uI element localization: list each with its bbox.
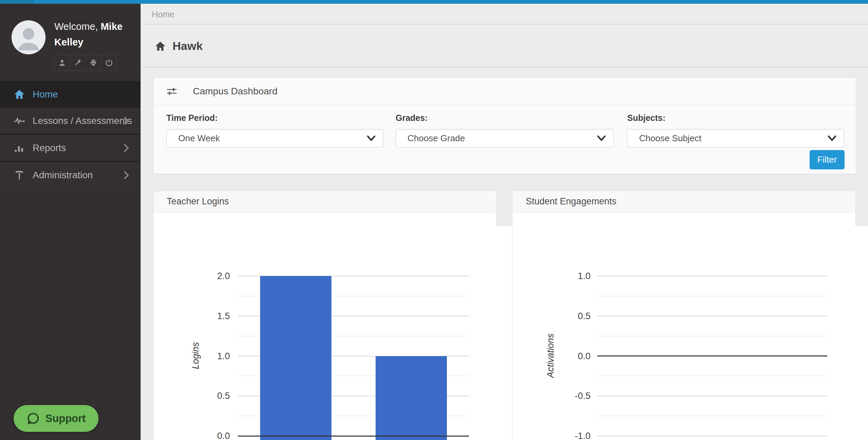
y-axis-tick-label: 0.0 (560, 350, 591, 362)
student-engagements-header: Student Engagements (512, 191, 855, 212)
sidebar-item-administration[interactable]: Administration (0, 161, 141, 188)
campus-dashboard-title: Campus Dashboard (193, 86, 277, 97)
sliders-icon (166, 87, 177, 96)
power-icon (105, 59, 113, 67)
avatar (12, 20, 46, 54)
y-axis-tick-label: -1.0 (560, 430, 591, 440)
chevron-right-icon (124, 171, 129, 180)
user-icon (58, 59, 66, 67)
top-accent-bar-left-segment (0, 0, 33, 4)
teacher-logins-panel: Teacher Logins 2.01.51.00.50.0Logins (153, 191, 497, 440)
zero-baseline (597, 355, 827, 356)
minor-gridline (597, 296, 827, 296)
chart-bar (376, 356, 447, 440)
zero-baseline (238, 436, 469, 437)
top-accent-bar (0, 0, 868, 4)
subjects-field: Subjects: Choose Subject (627, 113, 844, 147)
y-axis-title: Logins (191, 312, 201, 400)
welcome-text: Welcome, Mike Kelley (54, 19, 132, 50)
bar-chart-icon (14, 143, 25, 153)
support-label: Support (46, 412, 86, 425)
chevron-right-icon (124, 144, 129, 152)
subjects-value: Choose Subject (639, 133, 702, 144)
chevron-right-icon (124, 116, 129, 125)
grades-value: Choose Grade (408, 133, 465, 144)
filter-button[interactable]: Filter (810, 150, 845, 169)
hammer-icon (14, 170, 25, 180)
major-gridline (597, 276, 827, 276)
home-icon (155, 41, 166, 51)
y-axis-tick-label: 1.0 (560, 270, 591, 282)
printer-icon (89, 59, 97, 67)
app-root: Welcome, Mike Kelley (0, 0, 868, 440)
page-title: Hawk (155, 39, 203, 53)
welcome-prefix: Welcome, (54, 21, 101, 32)
avatar-placeholder-icon (12, 20, 46, 54)
major-gridline (597, 396, 827, 396)
user-toolbar (54, 55, 117, 71)
campus-dashboard-panel: Campus Dashboard Time Period: One Week G… (153, 77, 856, 174)
y-axis-tick-label: 2.0 (199, 270, 230, 282)
print-button[interactable] (86, 55, 101, 71)
y-axis-tick-label: -0.5 (560, 390, 591, 402)
sidebar: Welcome, Mike Kelley (0, 4, 141, 440)
grades-label: Grades: (396, 113, 614, 123)
student-engagements-title: Student Engagements (526, 196, 616, 207)
student-engagements-panel: Student Engagements 1.00.50.0-0.5-1.0Act… (512, 191, 856, 440)
major-gridline (597, 316, 827, 316)
y-axis-tick-label: 0.0 (199, 430, 230, 440)
sidebar-item-label: Home (33, 89, 58, 100)
chevron-down-icon (597, 135, 606, 141)
sidebar-item-label: Lessons / Assessments (33, 115, 132, 126)
sidebar-item-home[interactable]: Home (0, 81, 141, 107)
chevron-down-icon (828, 135, 836, 141)
sidebar-item-label: Reports (33, 143, 66, 153)
wrench-icon (74, 59, 82, 67)
sidebar-item-lessons-assessments[interactable]: Lessons / Assessments (0, 107, 141, 134)
page-title-text: Hawk (173, 39, 203, 53)
minor-gridline (597, 336, 827, 336)
time-period-field: Time Period: One Week (166, 113, 383, 147)
minor-gridline (597, 416, 827, 416)
y-axis-tick-label: 0.5 (560, 310, 591, 322)
support-button[interactable]: Support (14, 405, 98, 432)
sidebar-item-reports[interactable]: Reports (0, 134, 141, 161)
major-gridline (597, 436, 827, 436)
time-period-value: One Week (178, 133, 220, 144)
breadcrumb[interactable]: Home (152, 10, 175, 19)
minor-gridline (597, 375, 827, 376)
home-icon (14, 89, 25, 99)
y-axis-tick-label: 1.0 (199, 350, 230, 362)
profile-button[interactable] (54, 55, 70, 71)
logout-button[interactable] (101, 55, 117, 71)
student-engagements-chart: 1.00.50.0-0.5-1.0Activations (512, 226, 868, 440)
chart-bar (260, 276, 331, 440)
teacher-logins-title: Teacher Logins (167, 196, 229, 207)
teacher-logins-chart: 2.01.51.00.50.0Logins (153, 226, 512, 440)
y-axis-tick-label: 1.5 (199, 310, 230, 322)
settings-button[interactable] (70, 55, 86, 71)
grades-select[interactable]: Choose Grade (396, 129, 614, 147)
sidebar-item-label: Administration (33, 170, 93, 181)
time-period-select[interactable]: One Week (166, 129, 383, 147)
subjects-select[interactable]: Choose Subject (627, 129, 844, 147)
subjects-label: Subjects: (627, 113, 844, 123)
page-header: Hawk (141, 24, 868, 68)
teacher-logins-header: Teacher Logins (153, 191, 496, 212)
pulse-icon (14, 116, 25, 126)
sidebar-nav: Home Lessons / Assessments Reports (0, 81, 141, 188)
time-period-label: Time Period: (166, 113, 383, 123)
y-axis-title: Activations (545, 312, 556, 400)
campus-dashboard-header: Campus Dashboard (153, 78, 856, 105)
chat-bubble-icon (26, 412, 40, 425)
chevron-down-icon (367, 135, 376, 141)
y-axis-tick-label: 0.5 (199, 390, 230, 402)
grades-field: Grades: Choose Grade (396, 113, 614, 147)
breadcrumb-bar: Home (141, 4, 868, 24)
